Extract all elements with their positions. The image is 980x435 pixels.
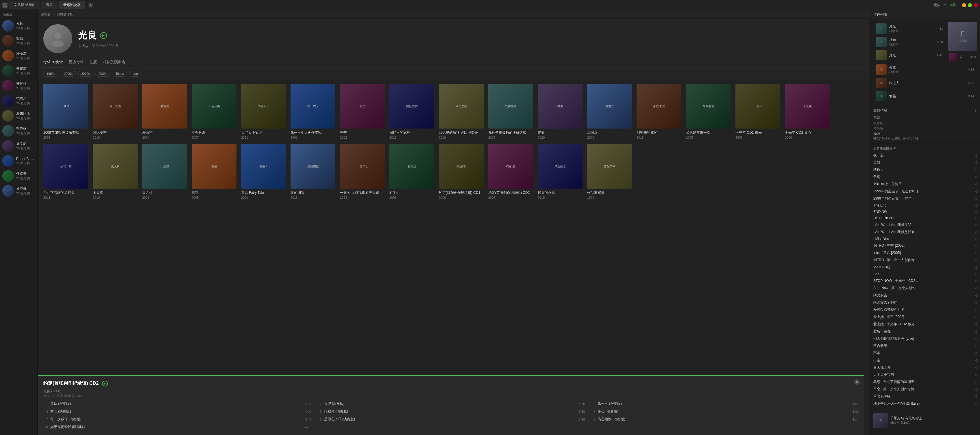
song-section-most-played[interactable]: 最多播放曲目 ▼ — [870, 145, 980, 152]
album-card-3[interactable]: 不合分离 不合分离 2007 — [192, 84, 237, 139]
tab-similar-artists[interactable]: 相似的演出者 — [103, 57, 126, 68]
song-name-item-20[interactable]: Stop Now · 第一次个人创作... 0 — [870, 284, 980, 292]
sidebar-item-guangliang[interactable]: 光良 28 张专辑 — [0, 18, 37, 33]
album-card-23[interactable]: 右手边 右手边 2008 — [390, 144, 434, 199]
song-name-item-31[interactable]: 春天花会开 0 — [870, 364, 980, 371]
rs-song-3[interactable]: 月 月光... 4:41 — [873, 49, 946, 62]
song-name-item-15[interactable]: Intro · 童话 [2005] 0 — [870, 249, 980, 257]
album-card-6[interactable]: 光芒 光芒 2002 — [340, 84, 385, 139]
maximize-button[interactable] — [968, 3, 972, 7]
tab-wuwubei[interactable]: 文武贝 钢琴曲 — [9, 2, 40, 9]
album-card-16[interactable]: 台北下着 台北下着雨的星期天 2011 — [43, 144, 88, 199]
sidebar-item-hailaiamu[interactable]: 海来阿木 26 张专辑 — [0, 108, 37, 123]
song-name-item-32[interactable]: 大宝贝小宝贝 0 — [870, 371, 980, 378]
album-card-27[interactable]: 作品李家 作品李家盛 1999 — [587, 144, 632, 199]
album-card-7[interactable]: 回忆里的 回忆里的疯狂 2013 — [390, 84, 434, 139]
tab-music[interactable]: 音乐 — [41, 2, 57, 9]
song-name-item-24[interactable]: 爱上她 · 光芒 [2002] 0 — [870, 313, 980, 321]
rs-song-1[interactable]: 月 月光 胡彦斌 4:51 — [873, 22, 946, 35]
sidebar-item-denglijun[interactable]: 邓丽君 27 张专辑 — [0, 48, 37, 63]
sidebar-item-mowenwei[interactable]: 莫文蔚 26 张专辑 — [0, 138, 37, 153]
add-tab-button[interactable]: + — [88, 2, 93, 8]
song-name-item-9[interactable]: ENDING 0 — [870, 208, 980, 215]
album-card-9[interactable]: 九种使用 九种使用孤独的正确方式 2017 — [488, 84, 533, 139]
song-name-item-19[interactable]: STOP NOW · 十光年 · CD2... 0 — [870, 277, 980, 284]
album-card-24[interactable]: 约定(首 约定(首张创作纪录辑) CD1 2006 — [439, 144, 484, 199]
song-name-item-13[interactable]: I Miss You 0 — [870, 236, 980, 242]
song-name-item-22[interactable]: 阿比安吉 (伴奏) 0 — [870, 299, 980, 306]
album-card-13[interactable]: 如果能重 如果能重来一次 2005 — [686, 84, 731, 139]
close-button[interactable] — [974, 3, 978, 7]
song-name-item-8[interactable]: The End 0 — [870, 202, 980, 208]
sidebar-item-renxianqi[interactable]: 任贤齐 25 张专辑 — [0, 168, 37, 183]
track-row-4[interactable]: 5 想被你 (演奏版) 3:58 — [317, 408, 585, 415]
window-mode-button[interactable]: □ — [944, 3, 946, 7]
album-card-5[interactable]: 第一次个 第一次个人创作专辑 2001 — [291, 84, 335, 139]
breadcrumb-artist-info[interactable]: 演出者信息 — [57, 12, 73, 16]
track-row-2[interactable]: 3 第一次 (演奏版) 4:59 — [590, 400, 859, 407]
album-card-14[interactable]: 十光年 十光年 CD1 极光 2006 — [735, 84, 780, 139]
sidebar-item-linjunjie[interactable]: 林俊杰 27 张专辑 — [0, 63, 37, 78]
song-name-item-26[interactable]: 爱所不在在 0 — [870, 328, 980, 335]
decade-tag-blues[interactable]: Blues — [113, 71, 127, 76]
album-card-21[interactable]: 星的细致 星的细致 2015 — [291, 144, 335, 199]
song-name-item-33[interactable]: 单恋 · 台北下着雨的星期天... 0 — [870, 378, 980, 386]
sidebar-item-liangbo[interactable]: 梁博 28 张专辑 — [0, 33, 37, 48]
album-card-17[interactable]: 太天真 太天真 2010 — [93, 144, 138, 199]
song-name-item-10[interactable]: HEY FRIEND 0 — [870, 215, 980, 221]
song-name-item-7[interactable]: 2999年的圣诞节 · 十光年... 0 — [870, 195, 980, 202]
song-name-item-14[interactable]: INTRO · 光芒 [2002] 0 — [870, 242, 980, 249]
minimize-button[interactable] — [962, 3, 966, 7]
song-name-item-36[interactable]: 地下铁音乐人+伤心地铁 (Live) 0 — [870, 400, 980, 407]
song-name-item-28[interactable]: 不合分离 0 — [870, 342, 980, 349]
song-name-item-1[interactable]: 英雄 0 — [870, 159, 980, 166]
track-row-7[interactable]: 8 是你忘了吗 (演奏版) 3:56 — [317, 416, 585, 422]
album-card-18[interactable]: 天之棋 天之棋 2015 — [142, 144, 187, 199]
album-card-19[interactable]: 童话 童话 2005 — [192, 144, 237, 199]
song-name-item-3[interactable]: 争霸 0 — [870, 173, 980, 181]
song-name-item-6[interactable]: 2999年的圣诞节 · 光芒 [20...] 0 — [870, 188, 980, 195]
song-name-item-35[interactable]: 单恋 (Live) 0 — [870, 393, 980, 400]
album-card-4[interactable]: 大宝贝小 大宝贝小宝贝 2021 — [241, 84, 286, 139]
song-name-item-21[interactable]: 阿比安吉 0 — [870, 292, 980, 299]
sidebar-item-peder[interactable]: Peder B. Hel... 25 张专辑 — [0, 153, 37, 168]
album-card-20[interactable]: 童话 F 童话 Fairy Tale 2021 — [241, 144, 286, 199]
song-name-item-23[interactable]: 爱可以点亮整个世界 0 — [870, 306, 980, 313]
breadcrumb-artists[interactable]: 演出者 — [41, 12, 51, 16]
rs-song-2[interactable]: 月 月光 胡彦斌 4:39 — [873, 35, 946, 49]
song-name-item-5[interactable]: 1901年上一位骑手 0 — [870, 181, 980, 188]
song-name-item-29[interactable]: 不该 0 — [870, 349, 980, 357]
sidebar-item-fanweiqi[interactable]: 范玮琪 26 张专辑 — [0, 93, 37, 108]
track-row-0[interactable]: 1 童话 (演奏版) 4:28 — [43, 400, 311, 407]
panel-play-button[interactable]: ▶ — [102, 381, 108, 386]
sidebar-item-linyilian[interactable]: 林忆莲 27 张专辑 — [0, 78, 37, 93]
track-row-9[interactable]: 10 如果你还爱我 (演奏版) 4:26 — [43, 424, 311, 430]
tab-albums-stats[interactable]: 专辑 & 统计 — [43, 57, 63, 68]
album-card-26[interactable]: 最近的永 最近的永远 2019 — [538, 144, 582, 199]
song-info-header[interactable]: 曲目信息 ▼ — [873, 108, 977, 113]
album-card-22[interactable]: 一念关山 一念关山 影视剧原声大碟 2023 — [340, 144, 385, 199]
tab-more-albums[interactable]: 更多专辑 — [69, 57, 84, 68]
locate-button[interactable]: 定位 — [934, 3, 940, 8]
track-row-5[interactable]: 6 多心 (演奏版) 4:31 — [590, 408, 859, 415]
decade-tag-pop[interactable]: pop — [129, 71, 141, 76]
sidebar-item-yujingxian[interactable]: 郁静娴 26 张专辑 — [0, 123, 37, 138]
tab-notes[interactable]: 注意 — [90, 57, 97, 68]
tab-browser[interactable]: 音乐浏览器 — [59, 2, 85, 9]
decade-tag-2010s[interactable]: 2010s — [78, 71, 93, 76]
album-card-8[interactable]: 回忆里的 回忆里的疯狂 巡回演唱会 2016 — [439, 84, 484, 139]
album-card-1[interactable]: 阿比安吉 阿比安吉 2018 — [93, 84, 138, 139]
song-name-item-34[interactable]: 单恋 · 第一次个人创作专辑... 0 — [870, 386, 980, 393]
decade-tag-2000s[interactable]: 2000s — [61, 71, 76, 76]
song-name-item-2[interactable]: 枕边人 0 — [870, 166, 980, 173]
album-card-0[interactable]: 2009 2009首张数码音乐专辑 2009 — [43, 84, 88, 139]
song-name-item-27[interactable]: 别人都说我们会分开 (Live) 0 — [870, 335, 980, 342]
decade-tag-2020s[interactable]: 2020s — [95, 71, 110, 76]
sidebar-item-wukequn[interactable]: 吴克群 25 张专辑 — [0, 183, 37, 198]
rs-song-6[interactable]: 枕 枕边人 4:29 — [873, 76, 977, 89]
decade-tag-1990s[interactable]: 1990s — [43, 71, 58, 76]
rs-song-7[interactable]: 争 争霸 3:44 — [873, 89, 977, 103]
album-card-12[interactable]: 那些未完 那些未完成的 2015 — [636, 84, 681, 139]
song-name-item-25[interactable]: 爱上她 · 十光年 · CD2 极光... 0 — [870, 321, 980, 328]
song-name-item-18[interactable]: She 0 — [870, 271, 980, 277]
